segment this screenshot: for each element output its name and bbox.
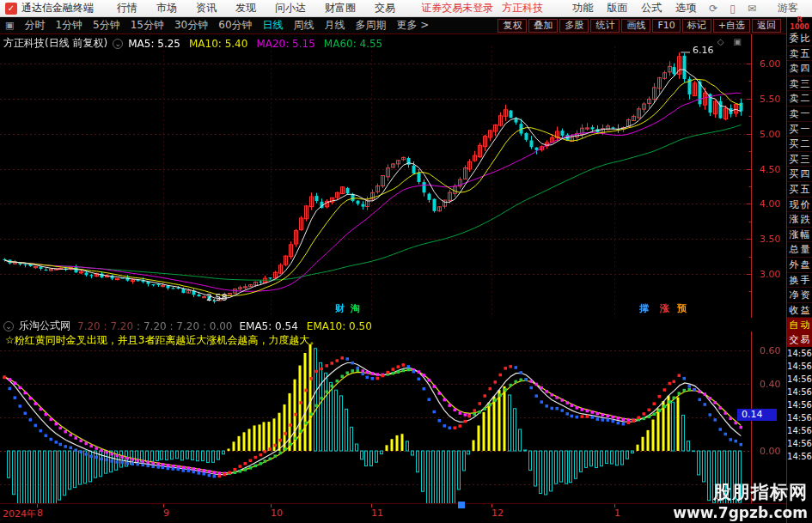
ema5-value: EMA5: 0.54	[239, 320, 297, 332]
ma-labels: MA5: 5.25MA10: 5.40MA20: 5.15MA60: 4.55	[128, 38, 391, 50]
chart-title[interactable]: 方正科技(日线 前复权)	[3, 36, 107, 51]
price-tick-4.00: 4.00	[760, 198, 794, 210]
menu-item-2[interactable]: 资讯	[186, 2, 226, 14]
ticker-time-5[interactable]: 14:56	[787, 411, 812, 424]
period-tab-8[interactable]: 月线	[320, 18, 351, 33]
period-tab-3[interactable]: 15分钟	[125, 18, 169, 33]
mail-icon[interactable]: ✉	[742, 3, 762, 15]
month-tick	[271, 504, 272, 508]
right-menu-item-2[interactable]: 公式	[634, 2, 669, 14]
period-tab-7[interactable]: 周线	[289, 18, 320, 33]
chart-header: 方正科技(日线 前复权) ⌄ MA5: 5.25MA10: 5.40MA20: …	[3, 36, 391, 51]
sidebar-item-5[interactable]: 卖一	[787, 106, 812, 122]
right-menu-item-3[interactable]: 选项	[669, 2, 703, 14]
tool-button-1[interactable]: 叠加	[528, 19, 558, 33]
scroll-marker[interactable]	[458, 502, 465, 508]
price-chart-canvas[interactable]	[0, 34, 786, 318]
sidebar-item-12[interactable]: 涨跌	[787, 212, 812, 228]
user-label[interactable]: 游客	[778, 1, 798, 15]
tool-button-0[interactable]: 复权	[498, 19, 527, 33]
menu-item-1[interactable]: 市场	[147, 2, 186, 14]
month-label-11: 11	[371, 508, 383, 519]
period-tab-6[interactable]: 日线	[258, 18, 289, 33]
ticker-time-1[interactable]: 14:56	[787, 360, 812, 373]
sidebar-item-17[interactable]: 净资	[787, 288, 812, 303]
login-status[interactable]: 证券交易未登录	[421, 1, 493, 15]
signal-marker-4: 预	[677, 302, 687, 315]
sidebar-item-3[interactable]: 卖三	[787, 76, 812, 92]
indicator-values-gray: : 7.20 : 7.20 : 0.00	[137, 320, 232, 332]
app-title: 通达信金融终端	[21, 1, 94, 15]
tool-button-6[interactable]: 标记	[682, 19, 711, 33]
right-menu-item-0[interactable]: 功能	[565, 2, 600, 14]
restore-right-panel[interactable]: R1000	[787, 17, 812, 31]
month-label-8: 8	[37, 508, 43, 519]
month-tick	[37, 504, 38, 508]
period-tab-9[interactable]: 多周期	[351, 18, 392, 33]
price-tick-6.00: 6.00	[760, 58, 794, 70]
tool-button-7[interactable]: +自选	[713, 19, 750, 33]
right-menu-item-1[interactable]: 版面	[600, 2, 634, 14]
period-tab-10[interactable]: 更多 >	[392, 18, 435, 33]
period-tab-5[interactable]: 60分钟	[213, 18, 257, 33]
tool-button-5[interactable]: F10	[652, 19, 680, 33]
price-tick-5.50: 5.50	[760, 94, 794, 105]
signal-marker-0: 财	[335, 302, 345, 315]
indicator-tick-0.00: 0.00	[760, 446, 794, 457]
menu-item-4[interactable]: 问小达	[266, 2, 315, 14]
signal-marker-3: 涨	[660, 302, 669, 315]
current-stock-label[interactable]: 方正科技	[502, 1, 543, 15]
window-icon[interactable]: ▣	[5, 20, 14, 31]
titlebar: ✓ 通达信金融终端 行情市场资讯发现问小达财富圈交易 证券交易未登录 方正科技 …	[0, 0, 812, 17]
period-tab-2[interactable]: 5分钟	[88, 18, 125, 33]
sync-icon[interactable]: ⟳	[703, 3, 723, 15]
panel-corner-icons[interactable]: ◇ ▣	[717, 37, 745, 46]
indicator-header: ⌄ 乐淘公式网 7.20 : 7.20 : 7.20 : 7.20 : 0.00…	[3, 319, 372, 333]
menu-item-0[interactable]: 行情	[107, 2, 147, 14]
watermark-site-name: 股朋指标网	[673, 480, 808, 504]
month-label-10: 10	[271, 508, 283, 519]
peak-price-label: 6.16	[693, 45, 714, 56]
collapse-icon[interactable]: ⌄	[113, 39, 123, 49]
ticker-time-4[interactable]: 14:56	[787, 398, 812, 411]
tool-button-2[interactable]: 多股	[559, 19, 589, 33]
collapse-icon[interactable]: ⌄	[3, 321, 14, 331]
sidebar-item-10[interactable]: 买五	[787, 182, 812, 198]
menu-item-5[interactable]: 财富圈	[315, 2, 365, 14]
indicator-tick-0.40: 0.40	[760, 379, 794, 390]
app-logo-icon[interactable]: ✓	[5, 3, 17, 15]
indicator-canvas[interactable]	[0, 331, 786, 503]
ma-label-2: MA20: 5.15	[256, 38, 314, 50]
ma-label-1: MA10: 5.40	[189, 38, 247, 50]
menu-item-3[interactable]: 发现	[226, 2, 266, 14]
mobile-icon[interactable]: ▯	[723, 3, 742, 15]
year-label: 2024年	[3, 508, 36, 520]
price-tick-4.50: 4.50	[760, 164, 794, 175]
sidebar-item-auto[interactable]: 自动	[787, 318, 812, 332]
menu-item-6[interactable]: 交易	[365, 2, 405, 14]
ema10-value: EMA10: 0.50	[307, 320, 372, 332]
tool-button-3[interactable]: 统计	[590, 19, 620, 33]
ticker-time-6[interactable]: 14:56	[787, 424, 812, 437]
tool-button-4[interactable]: 画线	[621, 19, 650, 33]
indicator-name[interactable]: 乐淘公式网	[19, 319, 70, 333]
period-tab-1[interactable]: 1分钟	[50, 18, 88, 33]
tdx-terminal: ✓ 通达信金融终端 行情市场资讯发现问小达财富圈交易 证券交易未登录 方正科技 …	[0, 0, 812, 523]
period-tab-0[interactable]: 分时	[19, 18, 50, 33]
indicator-tick-0.60: 0.60	[760, 345, 794, 356]
chart-tool-buttons: 复权叠加多股统计画线F10标记+自选返回	[498, 19, 783, 33]
main-chart-panel: 方正科技(日线 前复权) ⌄ MA5: 5.25MA10: 5.40MA20: …	[0, 34, 786, 318]
month-label-12: 12	[491, 508, 504, 519]
indicator-panel: ⌄ 乐淘公式网 7.20 : 7.20 : 7.20 : 7.20 : 0.00…	[0, 318, 786, 503]
period-tab-4[interactable]: 30分钟	[169, 18, 213, 33]
price-tick-3.50: 3.50	[760, 234, 794, 245]
price-tick-5.00: 5.00	[760, 129, 794, 140]
month-tick	[491, 504, 492, 508]
period-tabs: 分时1分钟5分钟15分钟30分钟60分钟日线周线月线多周期更多 >	[19, 18, 434, 33]
sidebar-item-18[interactable]: 收益	[787, 303, 812, 319]
tool-button-8[interactable]: 返回	[752, 19, 781, 33]
sidebar-item-0[interactable]: 委比	[787, 31, 812, 46]
month-label-9: 9	[163, 508, 169, 519]
signal-marker-2: 撑	[639, 302, 649, 315]
watermark: 股朋指标网 www.7gpzb.com	[673, 480, 808, 521]
